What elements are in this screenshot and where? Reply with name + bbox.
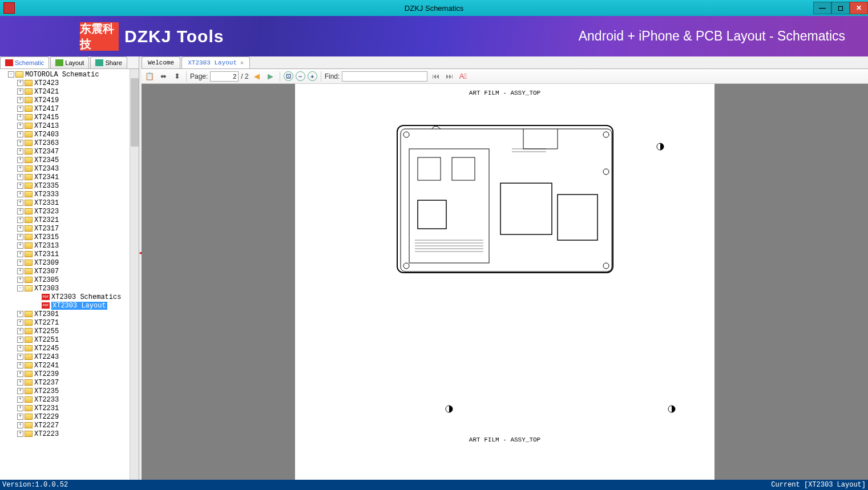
- expand-icon[interactable]: +: [17, 140, 23, 146]
- tree-item[interactable]: +XT2237: [0, 378, 139, 387]
- tree-item[interactable]: +XT2423: [0, 79, 139, 87]
- expand-icon[interactable]: +: [17, 371, 23, 377]
- expand-icon[interactable]: +: [17, 268, 23, 274]
- tree-item[interactable]: +XT2335: [0, 181, 139, 190]
- expand-icon[interactable]: +: [17, 234, 23, 240]
- zoom-in-button[interactable]: +: [308, 71, 317, 81]
- tree-item[interactable]: +XT2321: [0, 216, 139, 224]
- expand-icon[interactable]: +: [17, 148, 23, 155]
- expand-icon[interactable]: +: [17, 174, 23, 180]
- tree-item[interactable]: +XT2313: [0, 241, 139, 250]
- expand-icon[interactable]: +: [17, 114, 23, 120]
- tree-item[interactable]: +XT2243: [0, 353, 139, 361]
- expand-icon[interactable]: +: [17, 311, 23, 317]
- tree-item[interactable]: PDFXT2303 Schematics: [0, 293, 139, 301]
- tree-view[interactable]: -MOTOROLA Schematic+XT2423+XT2421+XT2419…: [0, 69, 139, 480]
- next-page-button[interactable]: ▶: [265, 71, 276, 82]
- expand-icon[interactable]: +: [17, 191, 23, 197]
- zoom-fit-button[interactable]: ⊡: [284, 71, 293, 81]
- tree-item[interactable]: +XT2363: [0, 139, 139, 147]
- tree-item[interactable]: +XT2231: [0, 404, 139, 412]
- tree-item[interactable]: +XT2347: [0, 147, 139, 156]
- expand-icon[interactable]: +: [17, 251, 23, 257]
- tree-item[interactable]: +XT2421: [0, 87, 139, 96]
- expand-icon[interactable]: +: [17, 388, 23, 394]
- find-prev-button[interactable]: ⏮: [430, 71, 441, 82]
- fit-width-button[interactable]: ⬌: [158, 71, 169, 82]
- tree-item[interactable]: PDFXT2303 Layout: [0, 301, 139, 310]
- tab-share[interactable]: Share: [90, 56, 127, 68]
- tree-item[interactable]: +XT2333: [0, 190, 139, 199]
- tree-item[interactable]: +XT2403: [0, 130, 139, 139]
- minimize-button[interactable]: —: [813, 2, 831, 14]
- collapse-icon[interactable]: -: [17, 285, 23, 291]
- expand-icon[interactable]: +: [17, 200, 23, 206]
- tree-item[interactable]: +XT2415: [0, 113, 139, 122]
- collapse-icon[interactable]: -: [8, 71, 14, 78]
- tree-item[interactable]: +XT2251: [0, 335, 139, 344]
- tree-item[interactable]: +XT2301: [0, 310, 139, 318]
- tab-schematic[interactable]: Schematic: [0, 56, 49, 68]
- expand-icon[interactable]: +: [17, 277, 23, 283]
- tree-item[interactable]: +XT2317: [0, 224, 139, 233]
- tree-item[interactable]: +XT2343: [0, 164, 139, 173]
- expand-icon[interactable]: +: [17, 123, 23, 129]
- expand-icon[interactable]: +: [17, 183, 23, 189]
- expand-icon[interactable]: +: [17, 319, 23, 326]
- tree-item[interactable]: +XT2305: [0, 276, 139, 284]
- tree-item[interactable]: -MOTOROLA Schematic: [0, 70, 139, 79]
- page-input[interactable]: [210, 71, 239, 82]
- tab-welcome[interactable]: Welcome: [142, 56, 180, 68]
- tree-item[interactable]: +XT2223: [0, 430, 139, 438]
- expand-icon[interactable]: +: [17, 422, 23, 428]
- expand-icon[interactable]: +: [17, 217, 23, 223]
- tree-item[interactable]: +XT2239: [0, 370, 139, 378]
- expand-icon[interactable]: +: [17, 354, 23, 360]
- expand-icon[interactable]: +: [17, 88, 23, 95]
- tree-item[interactable]: +XT2341: [0, 173, 139, 181]
- fit-page-button[interactable]: ⬍: [171, 71, 183, 82]
- tree-item[interactable]: +XT2235: [0, 387, 139, 395]
- find-input[interactable]: [342, 71, 427, 82]
- tab-layout[interactable]: Layout: [50, 56, 89, 68]
- expand-icon[interactable]: +: [17, 80, 23, 86]
- expand-icon[interactable]: +: [17, 165, 23, 172]
- tree-item[interactable]: +XT2229: [0, 412, 139, 421]
- tree-item[interactable]: +XT2311: [0, 250, 139, 258]
- expand-icon[interactable]: +: [17, 362, 23, 368]
- expand-icon[interactable]: +: [17, 106, 23, 112]
- expand-icon[interactable]: +: [17, 242, 23, 249]
- close-button[interactable]: ✕: [850, 2, 868, 14]
- maximize-button[interactable]: ◻: [831, 2, 850, 14]
- tree-item[interactable]: +XT2417: [0, 104, 139, 113]
- tree-item[interactable]: +XT2233: [0, 395, 139, 404]
- expand-icon[interactable]: +: [17, 208, 23, 214]
- expand-icon[interactable]: +: [17, 405, 23, 411]
- tree-item[interactable]: +XT2241: [0, 361, 139, 370]
- expand-icon[interactable]: +: [17, 431, 23, 437]
- expand-icon[interactable]: +: [17, 225, 23, 232]
- expand-icon[interactable]: +: [17, 260, 23, 266]
- tree-item[interactable]: +XT2307: [0, 267, 139, 276]
- expand-icon[interactable]: +: [17, 328, 23, 334]
- prev-page-button[interactable]: ◀: [251, 71, 263, 82]
- expand-icon[interactable]: +: [17, 131, 23, 137]
- scroll-thumb[interactable]: [131, 78, 139, 147]
- tree-item[interactable]: +XT2227: [0, 421, 139, 430]
- expand-icon[interactable]: +: [17, 337, 23, 343]
- zoom-out-button[interactable]: −: [296, 71, 305, 81]
- tree-item[interactable]: +XT2345: [0, 156, 139, 164]
- scrollbar[interactable]: [130, 69, 139, 480]
- document-viewer[interactable]: ART FILM - ASSY_TOP: [142, 84, 868, 480]
- tree-item[interactable]: +XT2315: [0, 233, 139, 241]
- tree-item[interactable]: +XT2413: [0, 122, 139, 130]
- tree-item[interactable]: -XT2303: [0, 284, 139, 293]
- expand-icon[interactable]: +: [17, 97, 23, 103]
- expand-icon[interactable]: +: [17, 157, 23, 163]
- expand-icon[interactable]: +: [17, 379, 23, 386]
- close-tab-icon[interactable]: ✕: [240, 59, 244, 66]
- tree-item[interactable]: +XT2323: [0, 207, 139, 216]
- tree-item[interactable]: +XT2245: [0, 344, 139, 353]
- find-next-button[interactable]: ⏭: [443, 71, 455, 82]
- expand-icon[interactable]: +: [17, 414, 23, 420]
